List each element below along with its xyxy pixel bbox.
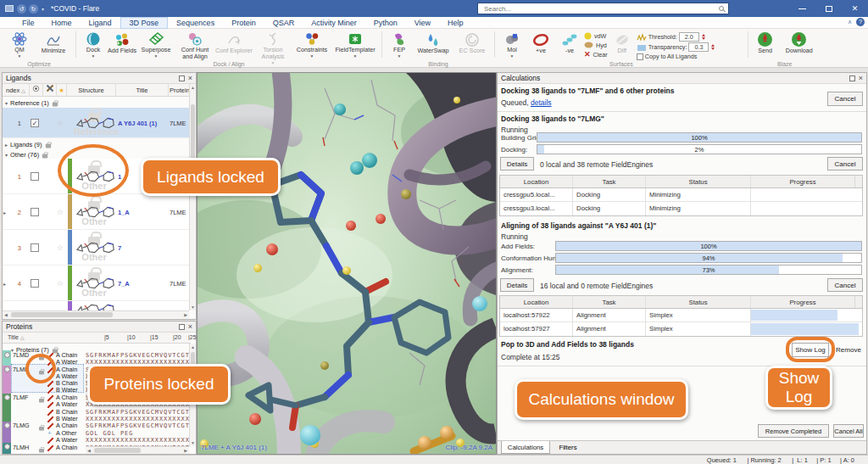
close-panel-icon[interactable]: ×	[859, 75, 863, 82]
protein-row[interactable]: 7LMGA ChainSGFRKMAFPSGKVEGCMVQVTCGT	[3, 422, 191, 429]
copy-to-all-ligands-checkbox[interactable]: Copy to All Ligands	[637, 53, 745, 60]
ligand-title[interactable]: 1_A	[118, 208, 130, 215]
ligand-title[interactable]: A Y6J 401 (1)	[118, 119, 157, 126]
remove-completed-button[interactable]: Remove Completed	[758, 424, 829, 438]
expand-icon[interactable]: ▸	[3, 209, 6, 215]
details-button[interactable]: Details	[500, 157, 534, 171]
3d-viewport[interactable]: 7LME + A Y6J 401 (1) Clip: -9.2A 9.2A	[197, 72, 497, 455]
favorite-star-icon[interactable]: ☆	[57, 208, 64, 216]
column-favorite[interactable]: ★	[57, 84, 67, 97]
tab-filters[interactable]: Filters	[554, 441, 582, 454]
quick-access-caret-icon[interactable]: ▾	[42, 6, 44, 12]
tab-home[interactable]: Home	[43, 18, 81, 28]
hyd-surface-button[interactable]: Hyd	[584, 42, 608, 50]
visibility-checkbox[interactable]	[31, 279, 39, 288]
redo-icon[interactable]: ↻	[29, 4, 38, 14]
float-panel-icon[interactable]	[179, 324, 185, 330]
ligands-horizontal-scrollbar[interactable]: ◀ ▶	[3, 310, 189, 318]
visibility-checkbox[interactable]	[31, 243, 39, 252]
table-row[interactable]: cressgpu5.local...Docking Minimizing	[500, 188, 862, 202]
cancel-button[interactable]: Cancel	[827, 92, 863, 106]
tab-ligand[interactable]: Ligand	[81, 18, 120, 28]
expand-icon[interactable]: ▸	[3, 280, 6, 286]
blaze-download-button[interactable]: Download	[780, 31, 819, 59]
visibility-checkbox[interactable]	[31, 208, 39, 216]
tab-qsar[interactable]: QSAR	[264, 18, 303, 28]
fieldtemplater-button[interactable]: FieldTemplater▾	[331, 31, 379, 59]
close-panel-icon[interactable]: ×	[188, 75, 192, 82]
search-box[interactable]	[477, 3, 729, 14]
tab-help[interactable]: Help	[439, 18, 472, 28]
tab-sequences[interactable]: Sequences	[168, 18, 223, 28]
ligand-title[interactable]: 7	[118, 243, 121, 251]
help-icon[interactable]: ?	[856, 18, 865, 26]
table-row[interactable]: cressgpu3.local...Docking Minimizing	[500, 202, 862, 215]
table-row[interactable]: localhost:57927Alignment Simplex	[500, 322, 862, 336]
tab-3d-pose[interactable]: 3D Pose	[120, 17, 169, 29]
column-structure[interactable]: Structure	[67, 84, 116, 97]
close-panel-icon[interactable]: ×	[188, 323, 192, 331]
column-visible[interactable]	[30, 84, 43, 97]
sequence-horizontal-scrollbar[interactable]: ◀ ▶	[86, 446, 189, 454]
tab-calculations[interactable]: Calculations	[501, 441, 550, 454]
ligand-row[interactable]: Other ▸ 4 ☆ 7_A 7LME	[3, 266, 191, 301]
ligand-row[interactable]: Other ▸ 2 ☆ 1_A 7LME	[3, 194, 191, 230]
remove-button[interactable]: Remove	[833, 343, 864, 357]
float-panel-icon[interactable]	[849, 75, 855, 81]
fep-button[interactable]: FEP▾	[385, 31, 414, 59]
column-title[interactable]: Title	[116, 84, 169, 97]
maximize-window-button[interactable]	[815, 0, 842, 17]
cancel-all-button[interactable]: Cancel All	[833, 424, 864, 438]
tab-python[interactable]: Python	[365, 18, 406, 28]
ligand-title[interactable]: 7_A	[118, 279, 130, 287]
constraints-button[interactable]: Constraints▾	[292, 31, 331, 59]
column-index[interactable]: ndex △	[3, 84, 30, 97]
visibility-checkbox[interactable]: ✓	[31, 119, 39, 127]
collapse-ribbon-icon[interactable]: ∧	[848, 19, 852, 25]
favorite-star-icon[interactable]: ☆	[57, 279, 64, 288]
protein-row[interactable]: B ChainSGFRKMAFPSGKVEGCMVQVTCGT	[3, 409, 191, 416]
reference-ligand-row[interactable]: Reference 1 ✓ ☆ A Y6J 401 (1) 7LME	[3, 108, 191, 138]
protein-row[interactable]: B WaterXXXXXXXXXXXXXXXXXXXXXXXX	[3, 416, 191, 422]
visibility-checkbox[interactable]	[31, 172, 39, 181]
dock-button[interactable]: Dock▾	[79, 31, 108, 59]
protein-row[interactable]: A WaterXXXXXXXXXXXXXXXXXXXXXXXX	[3, 437, 191, 444]
details-link[interactable]: details	[531, 98, 552, 107]
threshold-spinner[interactable]: 2.0	[679, 32, 699, 42]
vdw-surface-button[interactable]: vdW	[584, 32, 608, 41]
search-input[interactable]	[482, 4, 719, 14]
superpose-button[interactable]: Superpose▾	[136, 31, 175, 59]
tab-file[interactable]: File	[14, 18, 43, 28]
reference-group-row[interactable]: ▾Reference (1)	[3, 98, 191, 108]
waterswap-button[interactable]: WaterSwap	[414, 31, 453, 59]
positive-surface-button[interactable]: +ve	[526, 31, 555, 59]
minimize-window-button[interactable]	[789, 0, 815, 17]
negative-surface-button[interactable]: -ve	[555, 31, 584, 59]
qm-button[interactable]: QM▾	[5, 31, 34, 59]
ligand-row[interactable]: Other 3 ☆ 7	[3, 230, 191, 266]
favorite-star-icon[interactable]: ☆	[57, 243, 64, 252]
table-row[interactable]: localhost:57922Alignment Simplex	[500, 309, 862, 322]
undo-icon[interactable]: ↺	[17, 4, 26, 14]
clear-surfaces-button[interactable]: ✕Clear	[584, 50, 608, 59]
cancel-button[interactable]: Cancel	[827, 157, 863, 171]
blaze-send-button[interactable]: Send	[751, 31, 780, 59]
protein-row[interactable]: +A OtherGOL GOL PEG	[3, 430, 191, 437]
minimize-button[interactable]: Minimize	[34, 31, 73, 59]
ligands-vertical-scrollbar[interactable]: ▲▼	[189, 84, 196, 310]
tab-activity-miner[interactable]: Activity Miner	[303, 18, 365, 28]
column-protein[interactable]: Protein	[169, 84, 191, 97]
transparency-spinner[interactable]: 0.3	[688, 42, 709, 52]
column-title[interactable]: Title △	[8, 334, 25, 340]
details-button[interactable]: Details	[500, 278, 534, 292]
float-panel-icon[interactable]	[179, 75, 185, 81]
close-window-button[interactable]: ✕	[842, 0, 868, 17]
tab-view[interactable]: View	[406, 18, 439, 28]
favorite-star-icon[interactable]: ☆	[57, 119, 64, 127]
cancel-button[interactable]: Cancel	[827, 278, 863, 292]
add-fields-button[interactable]: Add Fields	[108, 31, 136, 59]
tab-protein[interactable]: Protein	[223, 18, 264, 28]
mol-surface-button[interactable]: Mol▾	[498, 31, 526, 59]
column-tools[interactable]	[43, 84, 57, 97]
conf-hunt-align-button[interactable]: Conf Hunt and Align	[175, 31, 214, 59]
